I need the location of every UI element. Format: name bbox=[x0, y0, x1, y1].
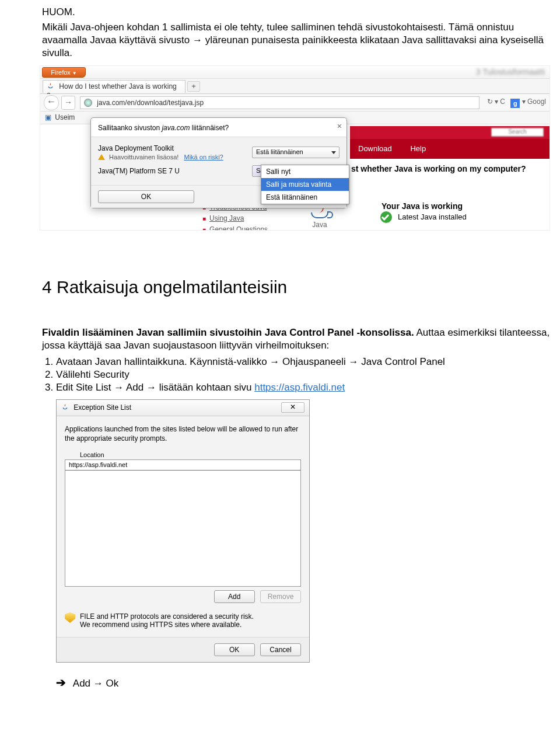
step-2: Välilehti Security bbox=[56, 369, 560, 381]
arrow-icon: → bbox=[192, 34, 202, 46]
popup-title: Sallitaanko sivuston java.com liitännäis… bbox=[91, 118, 346, 137]
list-link-2[interactable]: Using Java bbox=[209, 214, 244, 222]
dialog-titlebar: Exception Site List ✕ bbox=[57, 400, 309, 416]
site-nav-help[interactable]: Help bbox=[410, 144, 426, 153]
popup-title-site: java.com bbox=[162, 124, 190, 132]
remove-button: Remove bbox=[260, 590, 301, 603]
plugin1-warning: Haavoittuvainen lisäosa! bbox=[109, 154, 178, 161]
new-tab-button[interactable]: + bbox=[187, 81, 200, 92]
window-chrome: Firefox▼ 3 Tulostusformaatti bbox=[40, 66, 550, 79]
risk-link[interactable]: Mikä on riski? bbox=[184, 154, 223, 161]
address-bar[interactable]: java.com/en/download/testjava.jsp bbox=[80, 96, 480, 109]
firefox-screenshot: Firefox▼ 3 Tulostusformaatti How do I te… bbox=[40, 65, 550, 231]
dropdown-option-1[interactable]: Salli nyt bbox=[261, 165, 349, 178]
bookmark-label[interactable]: Useim bbox=[55, 113, 75, 121]
dialog-title-text: Exception Site List bbox=[74, 403, 131, 412]
popup-ok-button[interactable]: OK bbox=[98, 190, 194, 203]
dialog-warning-text: FILE and HTTP protocols are considered a… bbox=[80, 612, 254, 629]
browser-tab[interactable]: How do I test whether Java is working o.… bbox=[43, 80, 186, 93]
java-favicon-icon bbox=[47, 82, 54, 90]
firefox-menu-label: Firefox bbox=[51, 69, 71, 76]
dialog-title-left: Exception Site List bbox=[61, 403, 131, 412]
blurred-heading: 3 Tulostusformaatti bbox=[476, 67, 545, 76]
section-4-heading: 4 Ratkaisuja ongelmatilanteisiin bbox=[42, 277, 560, 297]
step-1: Avataan Javan hallintaikkuna. Käynnistä-… bbox=[56, 356, 560, 368]
chevron-down-icon bbox=[331, 151, 336, 154]
reload-dropdown-text: ↻ ▾ C bbox=[487, 97, 505, 106]
dialog-warning: FILE and HTTP protocols are considered a… bbox=[65, 612, 301, 629]
firefox-menu-button[interactable]: Firefox▼ bbox=[42, 67, 86, 78]
intro-para: Mikäli Java-ohjeen kohdan 1 sallimista e… bbox=[42, 21, 560, 60]
add-button[interactable]: Add bbox=[214, 590, 255, 603]
google-search-icon[interactable]: g bbox=[510, 99, 520, 108]
final-line: ➔ Add → Ok bbox=[56, 675, 560, 689]
site-search-blur: Search bbox=[491, 128, 544, 137]
url-text: java.com/en/download/testjava.jsp bbox=[97, 99, 204, 107]
plugin1-select-value: Estä liitännäinen bbox=[256, 148, 303, 155]
dialog-description: Applications launched from the sites lis… bbox=[65, 424, 301, 443]
arrow-icon: ➔ bbox=[56, 676, 66, 689]
tab-strip: How do I test whether Java is working o.… bbox=[40, 79, 550, 94]
location-row[interactable]: https://asp.fivaldi.net bbox=[65, 460, 300, 471]
arrow-icon: → bbox=[349, 356, 359, 367]
site-banner-top: Search bbox=[350, 126, 550, 139]
list-link-3[interactable]: General Questions bbox=[209, 225, 268, 231]
site-link[interactable]: https://asp.fivaldi.net bbox=[254, 382, 345, 393]
java-logo: Java bbox=[303, 208, 336, 229]
dropdown-option-3[interactable]: Estä liitännäinen bbox=[261, 191, 349, 204]
popup-title-b: liitännäiset? bbox=[190, 124, 229, 132]
step3-c: lisätään kohtaan sivu bbox=[156, 382, 254, 393]
sec4-para: Fivaldin lisääminen Javan sallimiin sivu… bbox=[42, 326, 560, 352]
step-3: Edit Site List → Add → lisätään kohtaan … bbox=[56, 382, 560, 393]
plugin2-name: Java(TM) Platform SE 7 U bbox=[98, 167, 180, 175]
java-working-sub: Latest Java installed bbox=[398, 213, 467, 221]
globe-icon bbox=[84, 99, 92, 107]
arrow-icon: → bbox=[93, 678, 103, 689]
cancel-button[interactable]: Cancel bbox=[260, 643, 301, 656]
java-logo-text: Java bbox=[303, 221, 336, 229]
exception-site-list-dialog: Exception Site List ✕ Applications launc… bbox=[56, 399, 310, 663]
popup-close-icon[interactable]: × bbox=[337, 121, 342, 131]
warn-line-1: FILE and HTTP protocols are considered a… bbox=[80, 612, 254, 621]
step1-a: Avataan Javan hallintaikkuna. Käynnistä-… bbox=[56, 356, 270, 367]
google-suffix: ▾ Googl bbox=[522, 97, 546, 106]
popup-title-a: Sallitaanko sivuston bbox=[98, 124, 162, 132]
java-favicon-icon bbox=[61, 403, 69, 411]
step1-b: Ohjauspaneeli bbox=[279, 356, 348, 367]
select-dropdown-menu: Salli nyt Salli ja muista valinta Estä l… bbox=[261, 165, 349, 204]
plugin-row-1: Java Deployment Toolkit Haavoittuvainen … bbox=[98, 142, 340, 163]
checkmark-icon bbox=[380, 211, 392, 223]
back-button[interactable]: ← bbox=[44, 95, 59, 110]
step1-c: Java Control Panel bbox=[359, 356, 445, 367]
plugin1-subtext: Haavoittuvainen lisäosa! Mikä on riski? bbox=[98, 154, 223, 161]
dialog-footer: OK Cancel bbox=[57, 637, 309, 662]
chevron-down-icon: ▼ bbox=[72, 71, 77, 76]
java-working-heading: Your Java is working bbox=[382, 201, 463, 211]
warn-line-2: We recommend using HTTPS sites where ava… bbox=[80, 621, 242, 629]
dialog-close-button[interactable]: ✕ bbox=[281, 402, 304, 413]
address-toolbar: ← → java.com/en/download/testjava.jsp ↻ … bbox=[40, 94, 550, 112]
plugin1-select[interactable]: Estä liitännäinen bbox=[252, 147, 340, 158]
site-nav-bar: Download Help bbox=[350, 139, 550, 159]
step3-a: Edit Site List bbox=[56, 382, 114, 393]
final-a: Add bbox=[73, 678, 93, 689]
dropdown-option-2[interactable]: Salli ja muista valinta bbox=[261, 178, 349, 191]
huom: HUOM. bbox=[42, 6, 560, 19]
shield-icon bbox=[65, 612, 75, 624]
warning-icon bbox=[98, 154, 105, 160]
arrow-icon: → bbox=[270, 356, 279, 367]
location-table: https://asp.fivaldi.net bbox=[65, 459, 301, 587]
addr-right-controls[interactable]: ↻ ▾ C g ▾ Googl bbox=[487, 97, 546, 108]
site-nav-download[interactable]: Download bbox=[358, 144, 392, 153]
steps-list: Avataan Javan hallintaikkuna. Käynnistä-… bbox=[56, 356, 560, 393]
ok-button[interactable]: OK bbox=[214, 643, 255, 656]
forward-button[interactable]: → bbox=[61, 96, 75, 110]
dialog-row-buttons: Add Remove bbox=[65, 590, 301, 603]
site-heading: st whether Java is working on my compute… bbox=[351, 164, 526, 173]
arrow-icon: → bbox=[146, 382, 156, 393]
dialog-body: Applications launched from the sites lis… bbox=[57, 416, 309, 637]
step3-b: Add bbox=[124, 382, 146, 393]
final-b: Ok bbox=[103, 678, 118, 689]
bookmark-folder-icon: ▣ bbox=[45, 113, 51, 121]
sec4-bold: Fivaldin lisääminen Javan sallimiin sivu… bbox=[42, 327, 414, 338]
